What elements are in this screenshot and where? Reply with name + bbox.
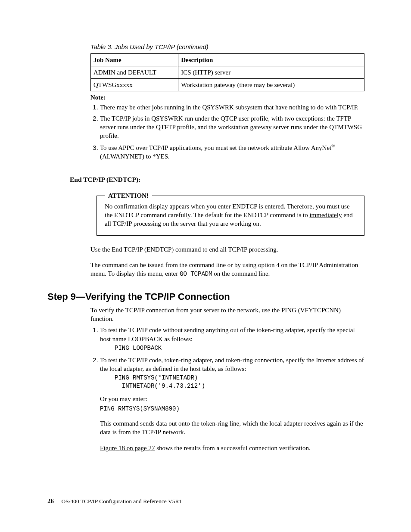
code-block: PING RMTSYS(SYSNAM890) <box>100 405 364 413</box>
table-row: QTWSGxxxxx Workstation gateway (there ma… <box>91 79 364 91</box>
note-heading: Note: <box>90 93 364 102</box>
table-caption-continued: (continued) <box>175 44 209 50</box>
endtcp-heading: End TCP/IP (ENDTCP): <box>70 175 364 184</box>
jobs-table: Job Name Description ADMIN and DEFAULT I… <box>90 53 364 92</box>
inline-code: GO TCPADM <box>180 271 212 277</box>
step-xref-para: Figure 18 on page 27 shows the results f… <box>100 444 364 452</box>
step-text: To test the TCP/IP code, token-ring adap… <box>100 357 364 372</box>
code-block: PING LOOPBACK <box>115 344 364 352</box>
attention-body: No confirmation display appears when you… <box>105 202 356 228</box>
attention-box: ATTENTION! No confirmation display appea… <box>97 196 364 236</box>
endtcp-para2: The command can be issued from the comma… <box>90 261 364 278</box>
page-footer: 26 OS/400 TCP/IP Configuration and Refer… <box>47 497 182 505</box>
note-list: There may be other jobs running in the Q… <box>90 103 364 161</box>
table-row: ADMIN and DEFAULT ICS (HTTP) server <box>91 66 364 78</box>
step9-intro: To verify the TCP/IP connection from you… <box>90 306 364 324</box>
para-text-post: on the command line. <box>212 270 270 277</box>
cell-description: Workstation gateway (there may be severa… <box>178 79 364 91</box>
note-item-text: The TCP/IP jobs in QSYSWRK run under the… <box>100 115 362 140</box>
col-header-jobname: Job Name <box>91 53 178 66</box>
xref-post-text: shows the results from a successful conn… <box>155 445 310 451</box>
step-or-text: Or you may enter: <box>100 395 364 403</box>
cell-description: ICS (HTTP) server <box>178 66 364 78</box>
table-header-row: Job Name Description <box>91 53 364 66</box>
step-explain: This command sends data out onto the tok… <box>100 419 364 437</box>
page-number: 26 <box>47 498 54 504</box>
table-caption-text: Table 3. Jobs Used by TCP/IP <box>90 44 175 50</box>
col-header-description: Description <box>178 53 364 66</box>
cell-jobname: ADMIN and DEFAULT <box>91 66 178 78</box>
note-item-text: To use APPC over TCP/IP applications, yo… <box>100 144 335 160</box>
step-text: To test the TCP/IP code without sending … <box>100 327 355 342</box>
list-item: To use APPC over TCP/IP applications, yo… <box>100 143 364 161</box>
list-item: To test the TCP/IP code without sending … <box>100 326 364 352</box>
note-item-text: There may be other jobs running in the Q… <box>100 104 358 111</box>
attention-label: ATTENTION! <box>105 191 152 200</box>
endtcp-para1: Use the End TCP/IP (ENDTCP) command to e… <box>90 245 364 254</box>
code-block: PING RMTSYS(*INTNETADR) INTNETADR('9.4.7… <box>115 374 364 390</box>
table-caption: Table 3. Jobs Used by TCP/IP (continued) <box>90 43 364 52</box>
step9-heading: Step 9—Verifying the TCP/IP Connection <box>47 290 364 303</box>
list-item: There may be other jobs running in the Q… <box>100 103 364 112</box>
list-item: The TCP/IP jobs in QSYSWRK run under the… <box>100 114 364 140</box>
step9-list: To test the TCP/IP code without sending … <box>90 326 364 452</box>
list-item: To test the TCP/IP code, token-ring adap… <box>100 356 364 452</box>
attention-text-underline: immediately <box>309 212 342 218</box>
footer-title: OS/400 TCP/IP Configuration and Referenc… <box>61 498 182 504</box>
figure-xref-link[interactable]: Figure 18 on page 27 <box>100 445 155 451</box>
cell-jobname: QTWSGxxxxx <box>91 79 178 91</box>
